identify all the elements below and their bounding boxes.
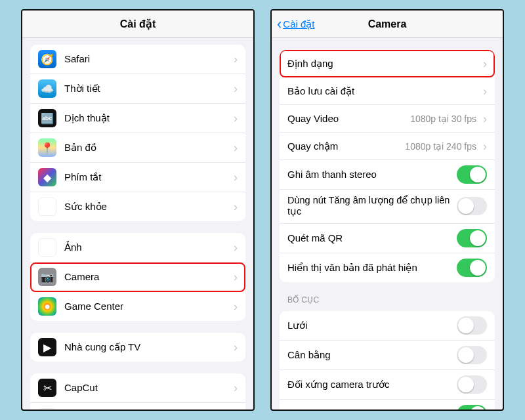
row-label: Phím tắt bbox=[64, 171, 231, 183]
chevron-right-icon: › bbox=[234, 242, 238, 253]
camera-icon: 📷 bbox=[38, 268, 56, 286]
setting-row-can-bang[interactable]: Cân bằng bbox=[280, 341, 495, 370]
row-label: Dùng nút Tăng âm lượng để chụp liên tục bbox=[287, 195, 457, 218]
row-label: Lưới bbox=[287, 320, 457, 331]
camera-settings-list[interactable]: Định dạng›Bảo lưu cài đặt›Quay Video1080… bbox=[272, 38, 503, 410]
photos-icon: ✿ bbox=[38, 238, 56, 257]
tv-icon: ▶ bbox=[38, 338, 56, 356]
chevron-right-icon: › bbox=[483, 113, 487, 125]
back-label: Cài đặt bbox=[283, 18, 314, 30]
setting-row-quay-cham[interactable]: Quay chậm1080p tại 240 fps› bbox=[280, 133, 495, 160]
toggle-xem-ben-ngoai-khung-hinh[interactable] bbox=[457, 405, 487, 410]
camera-settings-screen: ‹ Cài đặt Camera Định dạng›Bảo lưu cài đ… bbox=[270, 9, 504, 411]
setting-row-bao-luu-cai-at[interactable]: Bảo lưu cài đặt› bbox=[280, 77, 495, 105]
row-detail: 1080p tại 30 fps bbox=[410, 114, 476, 124]
row-label: Bản đồ bbox=[64, 142, 231, 154]
row-label: Thời tiết bbox=[64, 83, 231, 94]
settings-row-game-center[interactable]: ●Game Center› bbox=[30, 292, 245, 321]
setting-row-inh-dang[interactable]: Định dạng› bbox=[280, 50, 495, 77]
setting-row-luoi[interactable]: Lưới bbox=[280, 311, 495, 341]
setting-row-quet-ma-qr[interactable]: Quét mã QR bbox=[280, 224, 495, 253]
page-title: Camera bbox=[368, 18, 407, 30]
chevron-right-icon: › bbox=[234, 382, 238, 394]
gamecenter-icon: ● bbox=[38, 297, 56, 316]
camera-group-2: LướiCân bằngĐối xứng camera trướcXem bên… bbox=[280, 311, 495, 410]
back-button[interactable]: ‹ Cài đặt bbox=[277, 10, 315, 38]
health-icon: ♥ bbox=[38, 198, 56, 216]
row-label: Dịch thuật bbox=[64, 112, 231, 124]
weather-icon: ☁️ bbox=[38, 79, 56, 98]
settings-group-3: ▶Nhà cung cấp TV› bbox=[30, 333, 245, 362]
settings-row-anh[interactable]: ✿Ảnh› bbox=[30, 233, 245, 262]
drive-icon: ▲ bbox=[38, 408, 56, 410]
settings-row-suc-khoe[interactable]: ♥Sức khỏe› bbox=[30, 192, 245, 221]
chevron-right-icon: › bbox=[234, 201, 238, 213]
setting-row-ghi-am-thanh-stereo[interactable]: Ghi âm thanh stereo bbox=[280, 160, 495, 190]
settings-row-ban-o[interactable]: 📍Bản đồ› bbox=[30, 133, 245, 163]
row-label: Bảo lưu cài đặt bbox=[287, 85, 480, 97]
navbar-left: Cài đặt bbox=[22, 10, 253, 38]
row-label: Cân bằng bbox=[287, 349, 457, 361]
chevron-right-icon: › bbox=[234, 301, 238, 312]
toggle-ghi-am-thanh-stereo[interactable] bbox=[457, 165, 487, 184]
settings-list[interactable]: 🧭Safari›☁️Thời tiết›🔤Dịch thuật›📍Bản đồ›… bbox=[22, 38, 253, 410]
row-label: Quay chậm bbox=[287, 140, 405, 152]
maps-icon: 📍 bbox=[38, 138, 56, 157]
row-label: Ghi âm thanh stereo bbox=[287, 169, 457, 180]
row-label: Nhà cung cấp TV bbox=[64, 341, 231, 353]
toggle-can-bang[interactable] bbox=[457, 346, 487, 364]
shortcuts-icon: ◆ bbox=[38, 168, 56, 186]
row-label: Định dạng bbox=[287, 58, 480, 70]
settings-group-4: ✂CapCut›▲Drive›📗English Test›fFacebook› bbox=[30, 373, 245, 410]
settings-row-camera[interactable]: 📷Camera› bbox=[30, 262, 245, 292]
settings-row-thoi-tiet[interactable]: ☁️Thời tiết› bbox=[30, 74, 245, 104]
chevron-right-icon: › bbox=[483, 140, 487, 152]
settings-group-1: 🧭Safari›☁️Thời tiết›🔤Dịch thuật›📍Bản đồ›… bbox=[30, 45, 245, 221]
navbar-right: ‹ Cài đặt Camera bbox=[272, 10, 503, 38]
settings-row-safari[interactable]: 🧭Safari› bbox=[30, 45, 245, 74]
settings-row-nha-cung-cap-tv[interactable]: ▶Nhà cung cấp TV› bbox=[30, 333, 245, 362]
settings-screen: Cài đặt 🧭Safari›☁️Thời tiết›🔤Dịch thuật›… bbox=[21, 9, 255, 411]
page-title: Cài đặt bbox=[120, 18, 156, 30]
row-label: CapCut bbox=[64, 382, 231, 394]
settings-group-2: ✿Ảnh›📷Camera›●Game Center› bbox=[30, 233, 245, 321]
setting-row-oi-xung-camera-truoc[interactable]: Đối xứng camera trước bbox=[280, 370, 495, 400]
settings-row-phim-tat[interactable]: ◆Phím tắt› bbox=[30, 163, 245, 192]
setting-row-quay-video[interactable]: Quay Video1080p tại 30 fps› bbox=[280, 105, 495, 133]
setting-row-hien-thi-van-ban-a-phat-hien[interactable]: Hiển thị văn bản đã phát hiện bbox=[280, 253, 495, 282]
settings-row-drive[interactable]: ▲Drive› bbox=[30, 403, 245, 410]
chevron-left-icon: ‹ bbox=[277, 17, 282, 32]
row-label: Game Center bbox=[64, 301, 231, 312]
row-label: Quét mã QR bbox=[287, 232, 457, 244]
setting-row-xem-ben-ngoai-khung-hinh[interactable]: Xem bên ngoài khung hình bbox=[280, 400, 495, 410]
row-label: Hiển thị văn bản đã phát hiện bbox=[287, 262, 457, 274]
row-detail: 1080p tại 240 fps bbox=[405, 141, 476, 152]
row-label: Ảnh bbox=[64, 242, 231, 253]
chevron-right-icon: › bbox=[234, 171, 238, 183]
toggle-luoi[interactable] bbox=[457, 316, 487, 335]
chevron-right-icon: › bbox=[234, 83, 238, 94]
row-label: Safari bbox=[64, 53, 231, 65]
chevron-right-icon: › bbox=[483, 58, 487, 70]
row-label: Đối xứng camera trước bbox=[287, 379, 457, 390]
row-label: Camera bbox=[64, 271, 231, 283]
toggle-hien-thi-van-ban-a-phat-hien[interactable] bbox=[457, 259, 487, 277]
translate-icon: 🔤 bbox=[38, 109, 56, 127]
section-header-layout: BỐ CỤC bbox=[287, 295, 487, 304]
settings-row-capcut[interactable]: ✂CapCut› bbox=[30, 373, 245, 403]
camera-group-1: Định dạng›Bảo lưu cài đặt›Quay Video1080… bbox=[280, 50, 495, 282]
row-label: Quay Video bbox=[287, 113, 410, 125]
toggle-dung-nut-tang-am-luong-e-chup-lien-tuc[interactable] bbox=[457, 197, 487, 215]
chevron-right-icon: › bbox=[483, 85, 487, 97]
toggle-oi-xung-camera-truoc[interactable] bbox=[457, 375, 487, 394]
row-label: Sức khỏe bbox=[64, 201, 231, 213]
row-label: Xem bên ngoài khung hình bbox=[287, 408, 457, 410]
chevron-right-icon: › bbox=[234, 341, 238, 353]
toggle-quet-ma-qr[interactable] bbox=[457, 229, 487, 247]
chevron-right-icon: › bbox=[234, 142, 238, 154]
capcut-icon: ✂ bbox=[38, 379, 56, 397]
setting-row-dung-nut-tang-am-luong-e-chup-lien-tuc[interactable]: Dùng nút Tăng âm lượng để chụp liên tục bbox=[280, 190, 495, 224]
settings-row-dich-thuat[interactable]: 🔤Dịch thuật› bbox=[30, 104, 245, 133]
safari-icon: 🧭 bbox=[38, 50, 56, 68]
chevron-right-icon: › bbox=[234, 53, 238, 65]
